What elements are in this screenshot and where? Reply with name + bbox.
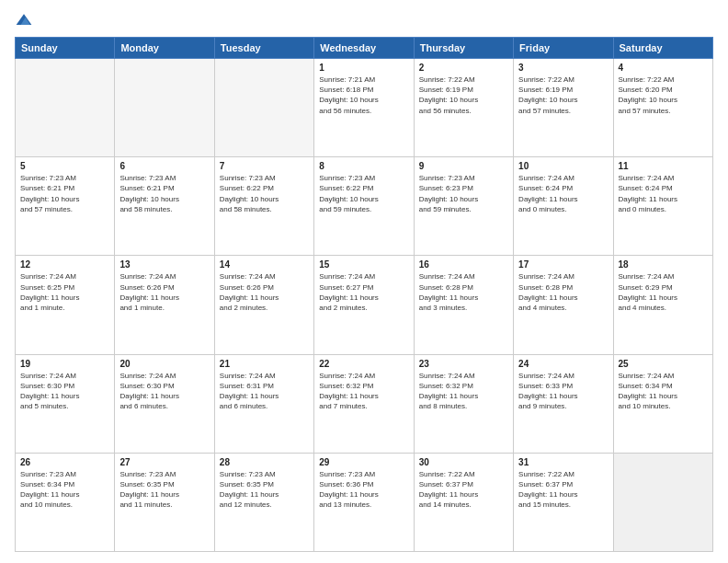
col-header-friday: Friday — [514, 38, 613, 59]
day-info: Sunrise: 7:23 AMSunset: 6:22 PMDaylight:… — [220, 173, 309, 214]
day-number: 31 — [518, 457, 608, 467]
calendar-cell: 13Sunrise: 7:24 AMSunset: 6:26 PMDayligh… — [115, 256, 214, 354]
calendar-cell — [214, 59, 313, 157]
day-number: 12 — [20, 259, 109, 270]
day-number: 7 — [220, 161, 309, 171]
day-info: Sunrise: 7:24 AMSunset: 6:26 PMDaylight:… — [119, 271, 209, 313]
calendar-cell: 30Sunrise: 7:22 AMSunset: 6:37 PMDayligh… — [414, 453, 513, 551]
calendar-cell: 26Sunrise: 7:23 AMSunset: 6:34 PMDayligh… — [16, 453, 115, 551]
day-number: 28 — [220, 457, 309, 467]
day-info: Sunrise: 7:24 AMSunset: 6:34 PMDaylight:… — [619, 371, 708, 412]
day-number: 19 — [20, 359, 109, 369]
day-info: Sunrise: 7:24 AMSunset: 6:32 PMDaylight:… — [319, 371, 408, 412]
day-info: Sunrise: 7:21 AMSunset: 6:18 PMDaylight:… — [319, 75, 408, 116]
page: SundayMondayTuesdayWednesdayThursdayFrid… — [0, 0, 728, 563]
calendar-cell: 7Sunrise: 7:23 AMSunset: 6:22 PMDaylight… — [214, 157, 313, 256]
day-number: 13 — [119, 259, 209, 270]
day-number: 16 — [419, 259, 508, 270]
day-number: 21 — [220, 359, 309, 369]
calendar-cell: 6Sunrise: 7:23 AMSunset: 6:21 PMDaylight… — [115, 157, 214, 256]
day-number: 17 — [518, 259, 608, 270]
day-number: 5 — [20, 161, 109, 171]
day-number: 23 — [419, 359, 508, 369]
calendar-cell: 16Sunrise: 7:24 AMSunset: 6:28 PMDayligh… — [414, 256, 513, 354]
day-info: Sunrise: 7:23 AMSunset: 6:35 PMDaylight:… — [220, 469, 309, 511]
calendar-cell: 24Sunrise: 7:24 AMSunset: 6:33 PMDayligh… — [514, 354, 613, 453]
col-header-saturday: Saturday — [613, 38, 712, 59]
day-info: Sunrise: 7:22 AMSunset: 6:20 PMDaylight:… — [619, 75, 708, 116]
calendar-cell — [16, 59, 115, 157]
day-info: Sunrise: 7:24 AMSunset: 6:32 PMDaylight:… — [419, 371, 508, 412]
day-number: 9 — [419, 161, 508, 171]
col-header-tuesday: Tuesday — [214, 38, 313, 59]
calendar-cell: 1Sunrise: 7:21 AMSunset: 6:18 PMDaylight… — [314, 59, 414, 157]
calendar-cell — [613, 453, 712, 551]
col-header-monday: Monday — [115, 38, 214, 59]
header — [15, 11, 713, 29]
day-info: Sunrise: 7:24 AMSunset: 6:28 PMDaylight:… — [518, 271, 608, 313]
calendar-cell: 21Sunrise: 7:24 AMSunset: 6:31 PMDayligh… — [214, 354, 313, 453]
day-number: 22 — [319, 359, 408, 369]
col-header-thursday: Thursday — [414, 38, 513, 59]
calendar-cell: 4Sunrise: 7:22 AMSunset: 6:20 PMDaylight… — [613, 59, 712, 157]
day-number: 14 — [220, 259, 309, 270]
day-info: Sunrise: 7:23 AMSunset: 6:21 PMDaylight:… — [20, 173, 109, 214]
day-info: Sunrise: 7:24 AMSunset: 6:30 PMDaylight:… — [20, 371, 109, 412]
calendar-table: SundayMondayTuesdayWednesdayThursdayFrid… — [15, 37, 713, 552]
day-number: 1 — [319, 63, 408, 73]
day-number: 18 — [619, 259, 708, 270]
day-info: Sunrise: 7:24 AMSunset: 6:28 PMDaylight:… — [419, 271, 508, 313]
calendar-cell: 12Sunrise: 7:24 AMSunset: 6:25 PMDayligh… — [16, 256, 115, 354]
calendar-cell: 3Sunrise: 7:22 AMSunset: 6:19 PMDaylight… — [514, 59, 613, 157]
calendar-cell: 9Sunrise: 7:23 AMSunset: 6:23 PMDaylight… — [414, 157, 513, 256]
calendar-cell: 17Sunrise: 7:24 AMSunset: 6:28 PMDayligh… — [514, 256, 613, 354]
calendar-cell: 5Sunrise: 7:23 AMSunset: 6:21 PMDaylight… — [16, 157, 115, 256]
day-info: Sunrise: 7:22 AMSunset: 6:19 PMDaylight:… — [419, 75, 508, 116]
logo-icon — [15, 11, 33, 29]
day-info: Sunrise: 7:22 AMSunset: 6:19 PMDaylight:… — [518, 75, 608, 116]
day-info: Sunrise: 7:23 AMSunset: 6:23 PMDaylight:… — [419, 173, 508, 214]
calendar-cell: 10Sunrise: 7:24 AMSunset: 6:24 PMDayligh… — [514, 157, 613, 256]
calendar-cell: 23Sunrise: 7:24 AMSunset: 6:32 PMDayligh… — [414, 354, 513, 453]
day-number: 3 — [518, 63, 608, 73]
calendar-cell: 25Sunrise: 7:24 AMSunset: 6:34 PMDayligh… — [613, 354, 712, 453]
calendar-cell: 15Sunrise: 7:24 AMSunset: 6:27 PMDayligh… — [314, 256, 414, 354]
day-info: Sunrise: 7:24 AMSunset: 6:30 PMDaylight:… — [119, 371, 209, 412]
calendar-cell: 31Sunrise: 7:22 AMSunset: 6:37 PMDayligh… — [514, 453, 613, 551]
day-number: 25 — [619, 359, 708, 369]
day-info: Sunrise: 7:23 AMSunset: 6:21 PMDaylight:… — [119, 173, 209, 214]
calendar-cell: 14Sunrise: 7:24 AMSunset: 6:26 PMDayligh… — [214, 256, 313, 354]
calendar-cell: 28Sunrise: 7:23 AMSunset: 6:35 PMDayligh… — [214, 453, 313, 551]
day-info: Sunrise: 7:24 AMSunset: 6:31 PMDaylight:… — [220, 371, 309, 412]
day-number: 11 — [619, 161, 708, 171]
day-number: 20 — [119, 359, 209, 369]
col-header-sunday: Sunday — [16, 38, 115, 59]
day-number: 8 — [319, 161, 408, 171]
day-info: Sunrise: 7:24 AMSunset: 6:25 PMDaylight:… — [20, 271, 109, 313]
day-number: 2 — [419, 63, 508, 73]
calendar-cell: 2Sunrise: 7:22 AMSunset: 6:19 PMDaylight… — [414, 59, 513, 157]
day-number: 29 — [319, 457, 408, 467]
calendar-cell: 22Sunrise: 7:24 AMSunset: 6:32 PMDayligh… — [314, 354, 414, 453]
day-info: Sunrise: 7:24 AMSunset: 6:24 PMDaylight:… — [518, 173, 608, 214]
day-number: 30 — [419, 457, 508, 467]
day-info: Sunrise: 7:23 AMSunset: 6:22 PMDaylight:… — [319, 173, 408, 214]
day-number: 24 — [518, 359, 608, 369]
day-info: Sunrise: 7:24 AMSunset: 6:24 PMDaylight:… — [619, 173, 708, 214]
calendar-cell: 18Sunrise: 7:24 AMSunset: 6:29 PMDayligh… — [613, 256, 712, 354]
calendar-cell: 8Sunrise: 7:23 AMSunset: 6:22 PMDaylight… — [314, 157, 414, 256]
day-info: Sunrise: 7:24 AMSunset: 6:26 PMDaylight:… — [220, 271, 309, 313]
day-number: 26 — [20, 457, 109, 467]
day-number: 10 — [518, 161, 608, 171]
calendar-cell: 29Sunrise: 7:23 AMSunset: 6:36 PMDayligh… — [314, 453, 414, 551]
calendar-cell: 27Sunrise: 7:23 AMSunset: 6:35 PMDayligh… — [115, 453, 214, 551]
day-number: 4 — [619, 63, 708, 73]
day-number: 15 — [319, 259, 408, 270]
day-info: Sunrise: 7:24 AMSunset: 6:29 PMDaylight:… — [619, 271, 708, 313]
day-number: 6 — [119, 161, 209, 171]
day-number: 27 — [119, 457, 209, 467]
calendar-cell: 20Sunrise: 7:24 AMSunset: 6:30 PMDayligh… — [115, 354, 214, 453]
day-info: Sunrise: 7:23 AMSunset: 6:36 PMDaylight:… — [319, 469, 408, 511]
day-info: Sunrise: 7:22 AMSunset: 6:37 PMDaylight:… — [518, 469, 608, 511]
day-info: Sunrise: 7:24 AMSunset: 6:33 PMDaylight:… — [518, 371, 608, 412]
